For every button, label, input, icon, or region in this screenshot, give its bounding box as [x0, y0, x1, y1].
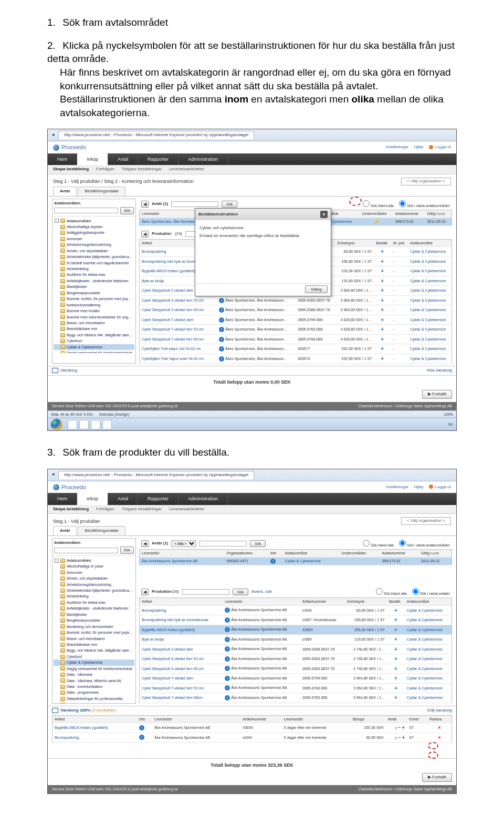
sidebar-search-button[interactable]: Sök — [120, 547, 134, 553]
add-icon[interactable]: + — [394, 627, 397, 633]
product-row[interactable]: Bromsjustering inkl byte av bromsklossar… — [140, 615, 452, 625]
add-icon[interactable]: + — [394, 617, 397, 623]
product-row[interactable]: Cykelhjälm Trek Vapor svart 54-62 cmi Åk… — [140, 354, 452, 364]
tree-item[interactable]: Arbetsträning — [54, 266, 134, 272]
sidebar-search-button[interactable]: Sök — [120, 207, 134, 214]
fortsatt-button[interactable]: ▶ Fortsätt — [422, 390, 452, 399]
add-icon[interactable]: + — [381, 278, 384, 284]
subtab-avtal[interactable]: Avtal — [53, 526, 77, 535]
info-icon[interactable]: i — [139, 725, 144, 730]
taskbar-icon[interactable] — [79, 420, 89, 429]
tree-list[interactable]: −AvtalsområdenAlkoholhaltiga dryckerAnlä… — [52, 217, 135, 353]
tree-item[interactable]: Arbets- och skyddskläder — [54, 248, 134, 254]
chevron-left-icon[interactable]: ◀ — [141, 201, 149, 208]
subnav-tidigare[interactable]: Tidigare beställningar — [122, 507, 162, 512]
tree-item[interactable]: Bygg- och träraror inkl. silägårdar samt… — [54, 647, 134, 653]
add-icon[interactable]: + — [394, 636, 397, 642]
product-row[interactable]: Cykelhjälm Trek kapor röd 54-62 cmi Åkes… — [140, 344, 452, 354]
chevron-left-icon[interactable]: ◀ — [141, 540, 149, 547]
link-hjalp[interactable]: Hjälp — [414, 145, 423, 149]
info-icon[interactable]: i — [219, 307, 224, 313]
product-row[interactable]: Cykel Skeppshult 3-växlad herr 53 cmi Åk… — [140, 654, 452, 664]
product-row[interactable]: Cykel Skeppshult 3-växlad herr 53 cmi Åk… — [140, 295, 452, 305]
product-row[interactable]: Bygellås ABUS Ketaro (godkänt)i Åke Andr… — [140, 625, 452, 635]
radio-all[interactable]: Sök bland alla — [363, 200, 394, 208]
info-icon[interactable]: i — [225, 685, 230, 691]
nav-inkop[interactable]: Inköp — [77, 153, 108, 165]
plus-icon[interactable]: + — [402, 735, 405, 740]
delete-icon[interactable]: ✕ — [438, 736, 441, 739]
tree-item[interactable]: Cyklar & Cykelservice — [54, 660, 134, 665]
add-icon[interactable]: + — [381, 307, 384, 313]
product-row[interactable]: Bromsjusteringi Åke Andreassons Sportser… — [140, 605, 452, 615]
info-icon[interactable]: i — [225, 607, 230, 613]
add-icon[interactable]: + — [381, 336, 384, 342]
tree-item[interactable]: Annonser — [54, 236, 134, 242]
tree-item[interactable]: Daglig verksamhet för funktionshindrade — [54, 666, 134, 672]
tree-list[interactable]: −AvtalsområdenAlkoholhaltiga dr yckerAnn… — [52, 556, 135, 703]
delete-icon[interactable]: ✕ — [438, 726, 441, 729]
subnav-tidigare[interactable]: Tidigare beställningar — [122, 167, 162, 172]
tree-item[interactable]: Cykelbud — [54, 654, 134, 660]
minus-icon[interactable]: − — [398, 725, 401, 730]
radio-valda-omraden[interactable]: Sök i valda avtalsområden — [399, 200, 450, 208]
info-icon[interactable]: i — [219, 337, 224, 342]
product-row[interactable]: Cykel Skeppshult 7-växlad dami Åkes Spor… — [140, 315, 452, 325]
info-icon[interactable]: i — [225, 656, 230, 662]
tree-item[interactable]: Arbetstekniska hjälpmedel- grundutrustni… — [54, 588, 134, 593]
link-loggaut[interactable]: Logga ut — [429, 145, 451, 149]
info-icon[interactable]: i — [219, 327, 224, 332]
info-icon[interactable]: i — [219, 356, 224, 362]
cart-label[interactable]: Varukorg 100% (2 produkter) — [52, 708, 116, 714]
tree-item[interactable]: Banktjänster — [54, 284, 134, 290]
nav-hem[interactable]: Hem — [48, 153, 77, 165]
info-icon[interactable]: i — [219, 346, 224, 352]
tree-item[interactable]: Datautbildningar för vanliga an vändare — [54, 702, 134, 703]
subnav-levakt[interactable]: Leveransaktiviteter — [169, 507, 204, 512]
cart-label[interactable]: Varukorg — [52, 368, 77, 374]
radio-all[interactable]: Sök bland alla — [363, 540, 394, 548]
cart-row[interactable]: Bygellås ABUS Ketaro (godkänt)iÅke Andre… — [52, 723, 452, 733]
tree-item[interactable]: Alkoholhaltiga drycker — [54, 224, 134, 230]
avanc-link[interactable]: Avanc. sök — [251, 589, 272, 595]
avtal-search-button[interactable]: Sök — [250, 540, 266, 547]
browser-back-icon[interactable]: ◄ — [51, 472, 55, 478]
cart-row[interactable]: BromsjusteringiÅke Andreassons Sportserv… — [52, 733, 452, 743]
tree-item[interactable]: Anläggningstransporter — [54, 230, 134, 235]
add-icon[interactable]: + — [381, 326, 384, 332]
add-icon[interactable]: + — [381, 249, 384, 254]
info-icon[interactable]: i — [225, 646, 230, 652]
link-installningar[interactable]: Inställningar — [386, 145, 408, 149]
tree-item[interactable]: Arbetstekniska hjälpmedel- grundutrustni… — [54, 254, 134, 260]
tree-item[interactable]: Avfallstjänster - utvärdersde fraktioner — [54, 278, 134, 284]
tree-item[interactable]: Arbets- och skyddskläder — [54, 575, 134, 581]
tree-item[interactable]: Boende med nstordoninsekter för unga män — [54, 314, 134, 320]
browser-back-icon[interactable]: ◄ — [51, 132, 55, 138]
taskbar-icon[interactable] — [68, 420, 77, 429]
tree-item[interactable]: Datautbildningar för professionella — [54, 696, 134, 702]
product-row[interactable]: Cykel Skeppshult 3-växlad herr 60 cmi Åk… — [140, 664, 452, 674]
link-loggaut[interactable]: Logga ut — [429, 485, 451, 489]
avtal-search-input[interactable] — [171, 201, 218, 207]
info-icon[interactable]: i — [219, 317, 224, 323]
add-icon[interactable]: + — [381, 287, 384, 293]
product-row[interactable]: Cykel Skeppshult 7-växlad herr 53 cmi Åk… — [140, 325, 452, 335]
visa-varukorg-link[interactable]: Visa varukorg — [426, 368, 452, 374]
product-row[interactable]: Cykel Skeppshult 7-växlad herr 60cmi Åke… — [140, 693, 452, 703]
tree-item[interactable]: Boende med bostad — [54, 308, 134, 314]
info-icon[interactable]: i — [225, 695, 230, 700]
tree-item[interactable]: Bygg- och träraror inkl. silägårdar samt… — [54, 332, 134, 338]
add-icon[interactable]: + — [394, 656, 397, 662]
product-row[interactable]: Byta av kedjai Åke Andreassons Sportserv… — [140, 635, 452, 645]
subtab-bst[interactable]: Beställningsmallar — [78, 187, 125, 196]
tree-item[interactable]: Boende, korttid, för personer med psykis… — [54, 296, 134, 302]
taskbar-icon[interactable] — [102, 420, 112, 429]
start-button-icon[interactable] — [51, 419, 62, 430]
nav-admin[interactable]: Administration — [178, 493, 228, 504]
nav-rapporter[interactable]: Rapporter — [138, 153, 178, 165]
sidebar-search-input[interactable] — [54, 548, 118, 553]
tree-item[interactable]: Arbetsträning — [54, 593, 134, 599]
tree-item[interactable]: Bergklimaxprodukter — [54, 617, 134, 623]
nav-admin[interactable]: Administration — [178, 153, 228, 165]
subtab-bst[interactable]: Beställningsmallar — [78, 526, 125, 535]
